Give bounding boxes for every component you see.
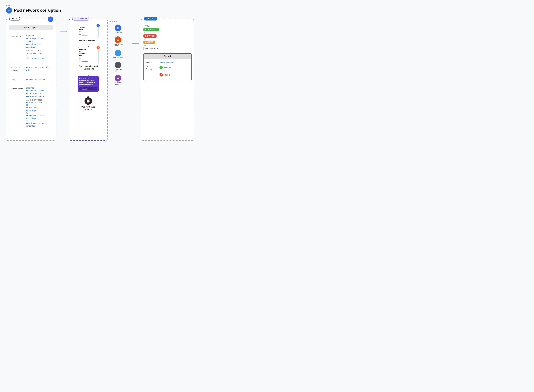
app-val-1: percentage of appreplicas bbox=[26, 37, 51, 43]
sequence-section: Sequence parallel OR serial bbox=[9, 76, 53, 83]
chaos-or-2: OR bbox=[26, 112, 51, 114]
passed-text: Passed bbox=[164, 66, 171, 69]
status-errored: ERRORED bbox=[144, 34, 157, 37]
or-3: OR bbox=[144, 44, 192, 46]
privilege-text: Privilege access required bbox=[82, 87, 96, 90]
probe-k8s: ⎈ K8S PROBE bbox=[109, 24, 127, 33]
traffic-control-card: Create trafficcontrol rules insidenetwor… bbox=[78, 76, 99, 92]
chaos-val-4: network latency bbox=[26, 102, 51, 104]
app-details-values: REQUIRED percentage of appreplicas name … bbox=[26, 35, 51, 60]
output-body: Metrics chaos metrics ProbeResults ✓ Pas… bbox=[144, 59, 191, 81]
chaos-val-2: destination IPs bbox=[26, 92, 51, 95]
probes-label: PROBES bbox=[109, 20, 127, 22]
app-val-2: name of targetcontainer bbox=[26, 43, 51, 49]
step-traffic-control: Create trafficcontrol rules insidenetwor… bbox=[78, 76, 99, 92]
runtime-val-2: crio bbox=[26, 69, 51, 72]
probe-or-text: OR bbox=[164, 70, 171, 72]
srm-probe-icon: ◈ bbox=[115, 75, 121, 82]
metrics-value: chaos metrics bbox=[159, 61, 175, 63]
status-incompleted: INCOMPLETED bbox=[144, 47, 161, 50]
x-circle-icon: ✕ bbox=[159, 73, 163, 76]
probe-results-values: ✓ Passed OR ✕ Failed bbox=[159, 66, 171, 76]
chaos-val-6: packet duplicationpercentage bbox=[26, 114, 51, 120]
sequence-label: Sequence bbox=[11, 78, 23, 81]
k8s-probe-label: K8S PROBE bbox=[113, 32, 122, 33]
prometheus-probe-label: PROMETHEUSPROBE bbox=[112, 43, 123, 47]
chaos-inputs-values: REQUIRED network interface destination I… bbox=[26, 87, 51, 128]
arrow-line-2 bbox=[132, 43, 138, 44]
chaos-inputs-section: Chaos Inputs REQUIRED network interface … bbox=[9, 85, 53, 130]
arrow-head-1 bbox=[66, 31, 67, 33]
execution-badge: EXECUTION bbox=[72, 17, 89, 20]
chaos-inputs-label: Chaos Inputs bbox=[11, 87, 23, 90]
status-completed: COMPLETED bbox=[144, 28, 159, 31]
runtime-val-1: docker , container ID bbox=[26, 66, 51, 69]
step-targeted-pods: ⎈ TargetedPods bbox=[78, 25, 99, 42]
container-sandbox-badge: ⚙ bbox=[97, 46, 100, 49]
container-runtime-section: Containerruntime docker , container ID c… bbox=[9, 64, 53, 74]
any-one-tag-app: ANY ONE OF THESE bbox=[26, 50, 51, 51]
output-box: Output Metrics chaos metrics ProbeResult… bbox=[144, 53, 192, 81]
dot-circle-2 bbox=[130, 43, 131, 44]
app-details-label: App Details bbox=[11, 35, 23, 38]
chaos-val-1: network interface bbox=[26, 89, 51, 92]
targeted-pods-title: TargetedPods bbox=[79, 27, 97, 30]
diagram: TUNE ⎈ User Inputs App Details REQUIRED … bbox=[6, 19, 528, 141]
http-probe-icon: 🌐 bbox=[115, 50, 121, 56]
step-container-sandbox: ⚙ ContainerandsandboxIDs bbox=[78, 47, 99, 70]
dot-circle-1 bbox=[58, 31, 59, 32]
k8s-probe-icon: ⎈ bbox=[115, 24, 121, 31]
or-1: OR bbox=[144, 32, 192, 34]
clock-card: ⏰ bbox=[84, 97, 92, 105]
targeted-pods-lines bbox=[79, 31, 97, 36]
tune-k8s-icon: ⎈ bbox=[48, 16, 53, 22]
step-arrow-2 bbox=[88, 71, 88, 75]
sequence-val: parallel OR serial bbox=[26, 78, 51, 81]
step-arrow-3 bbox=[88, 93, 88, 97]
probe-command: >_ COMMANDPROBE bbox=[109, 62, 127, 72]
any-one-tag-chaos: ANY ONE OF THESE bbox=[26, 99, 51, 101]
container-runtime-label: Containerruntime bbox=[11, 66, 23, 72]
container-sandbox-lines bbox=[79, 57, 97, 62]
exec-flow: ⎈ TargetedPods bbox=[72, 25, 105, 111]
result-badge: RESULT bbox=[144, 17, 158, 20]
container-sandbox-card: ⚙ ContainerandsandboxIDs bbox=[78, 47, 99, 64]
targeted-pods-badge: ⎈ bbox=[97, 24, 100, 27]
command-probe-icon: >_ bbox=[115, 62, 121, 68]
output-header: Output bbox=[144, 54, 191, 59]
app-val-4: list of target pods bbox=[26, 57, 51, 60]
probes-to-result-arrow bbox=[128, 43, 141, 44]
metrics-label: Metrics bbox=[146, 61, 158, 64]
result-panel: RESULT STATUS COMPLETED OR ERRORED OR QU… bbox=[141, 19, 194, 141]
chaos-or-3: OR bbox=[26, 120, 51, 122]
arrow-head-2 bbox=[138, 43, 139, 44]
execution-panel: EXECUTION ⎈ TargetedPods bbox=[69, 19, 107, 141]
step-1-label: Derive final pod list bbox=[79, 39, 97, 42]
probe-prometheus: 🔥 PROMETHEUSPROBE bbox=[109, 36, 127, 47]
user-inputs-header: User Inputs bbox=[9, 25, 53, 30]
command-probe-label: COMMANDPROBE bbox=[114, 69, 122, 72]
required-tag-app: REQUIRED bbox=[26, 35, 51, 37]
http-probe-label: HTTP PROBE bbox=[113, 57, 123, 58]
failed-result: ✕ Failed bbox=[159, 73, 171, 76]
app-val-3: target app label bbox=[26, 52, 51, 55]
step-chaos-interval: ⏰ Wait for ChaosInterval bbox=[81, 97, 95, 111]
status-queued: QUEUED bbox=[144, 41, 155, 44]
srm-probe-label: SRM SLOPROBE bbox=[115, 82, 121, 85]
probes-panel: PROBES ⎈ K8S PROBE 🔥 PROMETHEUSPROBE 🌐 H… bbox=[107, 19, 128, 88]
status-section: STATUS COMPLETED OR ERRORED OR QUEUED OR… bbox=[144, 25, 192, 50]
passed-result: ✓ Passed bbox=[159, 66, 171, 69]
probe-results-label: ProbeResults bbox=[146, 66, 158, 70]
chaos-val-5: packet losspercentage bbox=[26, 106, 51, 112]
tune-panel: TUNE ⎈ User Inputs App Details REQUIRED … bbox=[6, 19, 56, 141]
fault-label: Fault bbox=[6, 5, 528, 7]
arrow-line-1 bbox=[60, 32, 66, 32]
sequence-values: parallel OR serial bbox=[26, 78, 51, 81]
metrics-row: Metrics chaos metrics bbox=[146, 61, 189, 64]
step-4-label: Wait for ChaosInterval bbox=[81, 106, 95, 111]
app-details-section: App Details REQUIRED percentage of appre… bbox=[9, 33, 53, 62]
chaos-val-3: destination hosts bbox=[26, 95, 51, 98]
chaos-val-7: packet corruptionpercentage bbox=[26, 122, 51, 128]
step-2-label: Derive container andsandbox IDs bbox=[79, 65, 98, 70]
page-container: Fault ⎈ Pod network corruption TUNE ⎈ Us… bbox=[6, 5, 528, 141]
